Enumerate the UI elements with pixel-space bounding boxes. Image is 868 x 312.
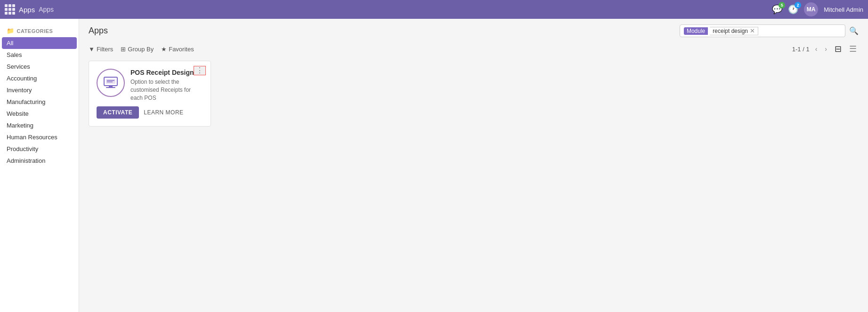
- app-icon-wrap: [97, 69, 125, 97]
- app-name: POS Receipt Design: [130, 69, 203, 76]
- topbar-app-name[interactable]: Apps: [19, 6, 35, 14]
- sidebar-item-sales[interactable]: Sales: [0, 49, 79, 61]
- topbar: Apps Apps 💬 5 🕐 2 MA Mitchell Admin: [0, 0, 868, 19]
- main-layout: 📁 CATEGORIES All Sales Services Accounti…: [0, 19, 868, 312]
- search-box[interactable]: Module receipt design ✕: [680, 24, 845, 37]
- sidebar-item-inventory[interactable]: Inventory: [0, 84, 79, 96]
- tag-value: receipt design ✕: [710, 27, 758, 35]
- topbar-left: Apps Apps: [5, 4, 54, 15]
- app-info: POS Receipt Design Option to select the …: [130, 69, 203, 102]
- search-input[interactable]: [758, 26, 841, 35]
- categories-label: CATEGORIES: [17, 28, 53, 34]
- app-actions: ACTIVATE LEARN MORE: [97, 106, 203, 119]
- filter-row: ▼ Filters ⊞ Group By ★ Favorites: [89, 44, 194, 55]
- sidebar-item-marketing[interactable]: Marketing: [0, 120, 79, 131]
- list-view-button[interactable]: ☰: [847, 43, 859, 55]
- activity-icon-btn[interactable]: 🕐 2: [788, 4, 798, 15]
- filters-button[interactable]: ▼ Filters: [89, 44, 113, 55]
- activate-button[interactable]: ACTIVATE: [97, 106, 139, 119]
- search-tag: Module receipt design ✕: [684, 27, 758, 35]
- avatar[interactable]: MA: [804, 2, 818, 16]
- kanban-view-button[interactable]: ⊟: [833, 43, 844, 55]
- tag-value-text: receipt design: [713, 28, 748, 34]
- sidebar-item-human-resources[interactable]: Human Resources: [0, 131, 79, 143]
- svg-rect-1: [106, 79, 115, 84]
- favorites-button[interactable]: ★ Favorites: [161, 44, 194, 55]
- pagination-info: 1-1 / 1: [792, 46, 810, 53]
- favorites-label: Favorites: [169, 46, 194, 53]
- app-icon-svg: [101, 73, 120, 92]
- next-page-button[interactable]: ›: [823, 44, 829, 54]
- sidebar-item-all[interactable]: All: [2, 37, 77, 49]
- categories-header: 📁 CATEGORIES: [0, 24, 79, 37]
- svg-rect-4: [109, 86, 113, 87]
- chat-icon-btn[interactable]: 💬 5: [772, 4, 782, 15]
- layers-icon: ⊞: [121, 46, 126, 53]
- apps-grid: ⋮: [89, 61, 859, 127]
- page-title: Apps: [89, 26, 108, 36]
- page-header: Apps Module receipt design ✕ 🔍: [89, 24, 859, 37]
- group-by-button[interactable]: ⊞ Group By: [121, 44, 154, 55]
- topbar-breadcrumb[interactable]: Apps: [39, 6, 54, 13]
- sidebar-item-administration[interactable]: Administration: [0, 155, 79, 167]
- topbar-right: 💬 5 🕐 2 MA Mitchell Admin: [772, 2, 863, 16]
- sidebar-item-manufacturing[interactable]: Manufacturing: [0, 96, 79, 108]
- star-icon: ★: [161, 46, 167, 53]
- sidebar-item-accounting[interactable]: Accounting: [0, 72, 79, 84]
- right-controls: 1-1 / 1 ‹ › ⊟ ☰: [792, 43, 859, 55]
- content-area: Apps Module receipt design ✕ 🔍: [79, 19, 868, 312]
- sidebar: 📁 CATEGORIES All Sales Services Accounti…: [0, 19, 79, 312]
- filter-icon: ▼: [89, 46, 95, 53]
- search-button[interactable]: 🔍: [849, 26, 859, 35]
- learn-more-button[interactable]: LEARN MORE: [144, 106, 183, 119]
- app-menu-button[interactable]: ⋮: [194, 66, 206, 75]
- app-card-pos-receipt-design: ⋮: [89, 61, 211, 127]
- app-card-top: POS Receipt Design Option to select the …: [97, 69, 203, 102]
- group-by-label: Group By: [128, 46, 154, 53]
- svg-rect-5: [106, 87, 115, 88]
- sidebar-item-productivity[interactable]: Productivity: [0, 143, 79, 155]
- grid-menu-icon[interactable]: [5, 4, 15, 15]
- filters-label: Filters: [97, 46, 113, 53]
- sidebar-item-services[interactable]: Services: [0, 61, 79, 72]
- folder-icon: 📁: [7, 27, 15, 34]
- tag-remove-btn[interactable]: ✕: [750, 28, 755, 34]
- chat-badge: 5: [779, 2, 785, 8]
- sidebar-item-website[interactable]: Website: [0, 108, 79, 120]
- tag-label: Module: [684, 27, 708, 35]
- search-area: Module receipt design ✕ 🔍: [680, 24, 859, 37]
- prev-page-button[interactable]: ‹: [813, 44, 819, 54]
- app-description: Option to select the customised Receipts…: [130, 78, 203, 102]
- activity-badge: 2: [795, 2, 801, 8]
- user-name[interactable]: Mitchell Admin: [824, 6, 863, 13]
